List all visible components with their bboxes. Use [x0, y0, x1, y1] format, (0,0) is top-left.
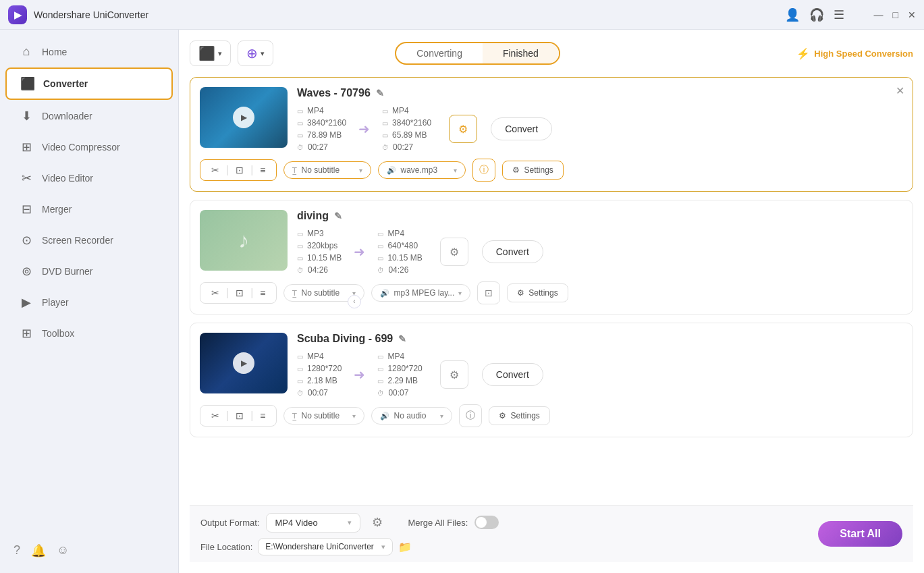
music-note-icon: ♪ [238, 228, 249, 253]
src-resolution: 320kbps [307, 241, 337, 250]
info-button[interactable]: ⓘ [459, 404, 482, 427]
maximize-button[interactable]: □ [893, 9, 898, 20]
headset-icon[interactable]: 🎧 [809, 7, 824, 22]
edit-title-icon[interactable]: ✎ [376, 88, 384, 99]
downloader-icon: ⬇ [19, 109, 34, 124]
feedback-icon[interactable]: ☺ [57, 543, 69, 558]
cut-tool-button[interactable]: ✂ [209, 288, 222, 298]
effects-tool-button[interactable]: ≡ [257, 288, 268, 298]
notification-icon[interactable]: 🔔 [31, 543, 46, 558]
src-resolution: 1280*720 [307, 364, 342, 373]
audio-select[interactable]: 🔊 No audio ▾ [371, 407, 452, 425]
sidebar-item-player[interactable]: ▶ Player [5, 288, 173, 317]
format-settings-button[interactable]: ⚙ [367, 512, 387, 533]
sidebar-item-downloader[interactable]: ⬇ Downloader [5, 101, 173, 131]
tab-finished[interactable]: Finished [483, 43, 559, 63]
sidebar-item-toolbox[interactable]: ⊞ Toolbox [5, 319, 173, 348]
src-duration: 04:26 [308, 265, 328, 275]
audio-select[interactable]: 🔊 wave.mp3 ▾ [378, 161, 466, 179]
crop-tool-button[interactable]: ⊡ [233, 165, 246, 175]
sidebar-item-home[interactable]: ⌂ Home [5, 37, 173, 66]
convert-button[interactable]: Convert [482, 240, 543, 263]
src-duration: 00:07 [308, 388, 328, 398]
sidebar-item-merger[interactable]: ⊟ Merger [5, 194, 173, 224]
subtitle-select[interactable]: T̲ No subtitle ▾ [283, 407, 364, 425]
add-folder-button[interactable]: ⊕ ▾ [238, 40, 273, 66]
sidebar-item-converter[interactable]: ⬛ Converter [5, 67, 173, 100]
file-info: Scuba Diving - 699 ✎ ▭ MP4 ▭ [297, 333, 903, 398]
sidebar-item-label: DVD Burner [42, 266, 92, 277]
tab-converting[interactable]: Converting [396, 43, 483, 63]
audio-select[interactable]: 🔊 mp3 MPEG lay... ▾ [371, 284, 470, 302]
effects-tool-button[interactable]: ≡ [257, 410, 268, 421]
close-card-button[interactable]: ✕ [896, 84, 904, 97]
sidebar-item-screen-recorder[interactable]: ⊙ Screen Recorder [5, 225, 173, 255]
help-icon[interactable]: ? [13, 543, 20, 558]
sidebar-item-video-compressor[interactable]: ⊞ Video Compressor [5, 132, 173, 162]
info-button[interactable]: ⓘ [472, 159, 495, 182]
dst-resolution: 640*480 [387, 241, 418, 250]
dst-duration-row: ⏱ 00:27 [382, 142, 431, 152]
file-thumbnail: ♪ [200, 210, 288, 271]
sidebar-item-dvd-burner[interactable]: ⊚ DVD Burner [5, 256, 173, 286]
play-button[interactable]: ▶ [233, 107, 254, 128]
output-settings-button[interactable]: ⚙ [440, 238, 468, 266]
cut-tool-button[interactable]: ✂ [209, 410, 222, 421]
resolution-icon: ▭ [297, 242, 303, 250]
effects-tool-button[interactable]: ≡ [257, 165, 268, 175]
sidebar-item-label: Screen Recorder [42, 235, 113, 246]
output-settings-button[interactable]: ⚙ [440, 360, 468, 389]
src-size: 78.89 MB [307, 130, 342, 140]
menu-icon[interactable]: ☰ [834, 7, 844, 22]
src-resolution-row: ▭ 3840*2160 [297, 118, 346, 128]
dest-specs: ▭ MP4 ▭ 1280*720 ▭ 2.29 MB [377, 352, 422, 398]
subtitle-chevron-icon: ▾ [352, 412, 356, 420]
toolbox-icon: ⊞ [19, 326, 34, 341]
src-format-row: ▭ MP4 [297, 106, 346, 115]
edit-title-icon[interactable]: ✎ [334, 211, 342, 221]
settings-icon: ⚙ [512, 165, 520, 175]
convert-button[interactable]: Convert [491, 117, 552, 140]
merge-toggle[interactable] [474, 516, 499, 529]
user-icon[interactable]: 👤 [785, 7, 800, 22]
settings-button[interactable]: ⚙ Settings [489, 406, 549, 425]
start-all-button[interactable]: Start All [818, 521, 902, 547]
output-format-select[interactable]: MP4 Video ▾ [266, 513, 360, 533]
conversion-arrow-icon: ➜ [358, 121, 370, 137]
file-location-select[interactable]: E:\Wondershare UniConverter ▾ [258, 538, 393, 555]
cut-tool-button[interactable]: ✂ [209, 165, 222, 175]
dst-format: MP4 [387, 352, 404, 361]
add-files-button[interactable]: ⬛ ▾ [190, 40, 231, 66]
source-specs: ▭ MP3 ▭ 320kbps ▭ 10.15 MB [297, 229, 342, 275]
play-button[interactable]: ▶ [233, 352, 254, 374]
src-size: 10.15 MB [307, 253, 342, 263]
settings-button[interactable]: ⚙ Settings [507, 283, 568, 302]
file-title: diving ✎ [297, 210, 903, 222]
info-button[interactable]: ⊡ [477, 281, 500, 304]
minimize-button[interactable]: — [874, 9, 884, 20]
sidebar-collapse-button[interactable]: ‹ [348, 295, 361, 308]
subtitle-select[interactable]: T̲ No subtitle ▾ [283, 161, 371, 179]
crop-tool-button[interactable]: ⊡ [233, 410, 246, 421]
dst-resolution-icon: ▭ [382, 119, 388, 127]
output-settings-button[interactable]: ⚙ [449, 115, 477, 143]
close-button[interactable]: ✕ [908, 9, 916, 20]
edit-title-icon[interactable]: ✎ [398, 333, 406, 344]
audio-value: wave.mp3 [400, 165, 437, 175]
settings-label: Settings [528, 288, 558, 298]
conversion-arrow-icon: ➜ [354, 366, 365, 383]
dst-resolution-row: ▭ 3840*2160 [382, 118, 431, 128]
duration-icon: ⏱ [297, 389, 304, 397]
source-specs: ▭ MP4 ▭ 3840*2160 ▭ 78.89 MB [297, 106, 346, 152]
settings-button[interactable]: ⚙ Settings [502, 161, 563, 180]
high-speed-conversion[interactable]: ⚡ High Speed Conversion [796, 47, 913, 60]
crop-tool-button[interactable]: ⊡ [233, 288, 246, 298]
sidebar-item-label: Merger [42, 204, 72, 215]
convert-button[interactable]: Convert [482, 363, 543, 386]
window-controls: 👤 🎧 ☰ — □ ✕ [785, 7, 916, 22]
sidebar: ⌂ Home ⬛ Converter ⬇ Downloader ⊞ Video … [0, 30, 179, 573]
sidebar-item-video-editor[interactable]: ✂ Video Editor [5, 163, 173, 193]
open-folder-button[interactable]: 📁 [398, 541, 412, 553]
app-title: Wondershare UniConverter [34, 9, 785, 20]
file-card-diving: ♪ diving ✎ ▭ MP3 [190, 200, 913, 315]
